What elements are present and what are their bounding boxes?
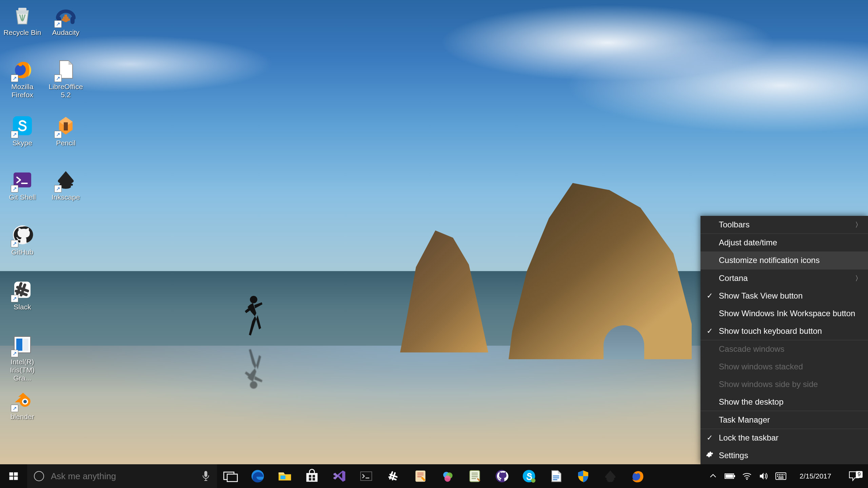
svg-rect-23 — [9, 476, 13, 480]
desktop-icon-libreoffice[interactable]: ↗ LibreOffice 5.2 — [45, 58, 86, 99]
taskbar-app-terminal[interactable] — [353, 464, 380, 488]
context-item-label: Customize notification icons — [719, 256, 820, 265]
svg-rect-29 — [280, 475, 285, 479]
context-item-toolbars[interactable]: Toolbars 〉 — [701, 216, 868, 233]
context-item-label: Lock the taskbar — [719, 433, 778, 443]
microphone-icon[interactable] — [201, 470, 210, 482]
desktop-icon-blender[interactable]: ↗ blender — [2, 388, 43, 421]
taskbar-app-libreoffice-writer[interactable] — [542, 464, 570, 488]
taskbar-app-skype[interactable] — [515, 464, 542, 488]
desktop-icon-intel-graphics[interactable]: ↗ Intel(R) Iris(TM) Gra... — [2, 333, 43, 382]
context-item-show-ink-workspace[interactable]: Show Windows Ink Workspace button — [701, 305, 868, 322]
desktop-icon-github[interactable]: ↗ GitHub — [2, 223, 43, 256]
shortcut-arrow-icon: ↗ — [54, 131, 62, 138]
chevron-right-icon: 〉 — [855, 220, 862, 229]
shortcut-arrow-icon: ↗ — [11, 240, 18, 247]
taskbar-app-defender[interactable] — [570, 464, 597, 488]
svg-rect-27 — [227, 474, 237, 482]
context-item-label: Show windows side by side — [719, 380, 818, 389]
task-view-button[interactable] — [217, 464, 244, 488]
svg-point-9 — [71, 184, 73, 186]
context-item-cortana[interactable]: Cortana 〉 — [701, 269, 868, 287]
taskbar-app-edge[interactable] — [244, 464, 271, 488]
context-item-label: Show Task View button — [719, 291, 803, 301]
svg-rect-17 — [16, 339, 22, 351]
desktop-icon-skype[interactable]: ↗ Skype — [2, 114, 43, 147]
context-item-show-desktop[interactable]: Show the desktop — [701, 393, 868, 411]
task-view-icon — [223, 470, 238, 482]
taskbar-app-inkscape[interactable] — [597, 464, 624, 488]
desktop-icon-label: GitHub — [11, 248, 33, 256]
desktop-icon-audacity[interactable]: ↗ Audacity — [45, 3, 86, 37]
svg-rect-51 — [553, 479, 557, 480]
taskbar-pinned-apps — [244, 464, 651, 488]
svg-rect-60 — [781, 474, 782, 475]
context-item-settings[interactable]: Settings — [701, 447, 868, 464]
desktop-icon-label: Audacity — [52, 28, 80, 37]
tray-action-center[interactable]: 9 — [842, 471, 866, 481]
gear-icon — [705, 451, 714, 460]
tray-date: 2/15/2017 — [800, 472, 831, 480]
recycle-bin-icon — [11, 3, 34, 27]
tray-show-hidden-icons[interactable] — [705, 464, 721, 488]
tray-battery[interactable] — [722, 464, 738, 488]
wifi-icon — [742, 472, 752, 480]
taskbar[interactable]: 2/15/2017 9 — [0, 464, 868, 488]
taskbar-app-paint-dot-net[interactable] — [434, 464, 461, 488]
context-item-label: Adjust date/time — [719, 238, 777, 247]
desktop-icon-firefox[interactable]: ↗ Mozilla Firefox — [2, 58, 43, 99]
svg-rect-35 — [361, 472, 372, 481]
svg-rect-62 — [784, 474, 785, 475]
checkmark-icon: ✓ — [705, 327, 714, 336]
tray-wifi[interactable] — [739, 464, 755, 488]
taskbar-app-slack[interactable] — [380, 464, 407, 488]
taskbar-app-firefox[interactable] — [624, 464, 651, 488]
taskbar-context-menu[interactable]: Toolbars 〉 Adjust date/time Customize no… — [701, 216, 868, 464]
context-item-customize-notification-icons[interactable]: Customize notification icons — [701, 251, 868, 269]
checkmark-icon: ✓ — [705, 291, 714, 300]
svg-rect-50 — [553, 477, 559, 479]
context-item-task-manager[interactable]: Task Manager — [701, 411, 868, 429]
tray-volume[interactable] — [756, 464, 772, 488]
taskbar-app-store[interactable] — [298, 464, 326, 488]
desktop-icon-recycle-bin[interactable]: Recycle Bin — [2, 3, 43, 37]
svg-rect-34 — [313, 478, 315, 481]
desktop-icon-inkscape[interactable]: ↗ Inkscape — [45, 168, 86, 201]
svg-rect-59 — [779, 474, 780, 475]
taskbar-app-sublime[interactable] — [407, 464, 434, 488]
context-item-label: Show the desktop — [719, 397, 784, 407]
shortcut-arrow-icon: ↗ — [11, 75, 18, 82]
desktop-icon-git-shell[interactable]: ↗ Git Shell — [2, 168, 43, 201]
svg-point-56 — [746, 479, 748, 480]
svg-rect-58 — [777, 474, 778, 475]
svg-point-48 — [531, 478, 535, 483]
start-button[interactable] — [0, 464, 27, 488]
context-item-show-task-view[interactable]: ✓ Show Task View button — [701, 287, 868, 305]
svg-rect-21 — [9, 472, 13, 476]
svg-rect-25 — [204, 471, 208, 477]
svg-rect-2 — [18, 8, 26, 11]
taskbar-app-github[interactable] — [488, 464, 515, 488]
context-item-cascade-windows: Cascade windows — [701, 340, 868, 358]
context-item-label: Show Windows Ink Workspace button — [719, 309, 855, 318]
svg-rect-49 — [553, 475, 559, 476]
tray-touch-keyboard[interactable] — [773, 464, 789, 488]
context-item-show-touch-keyboard[interactable]: ✓ Show touch keyboard button — [701, 322, 868, 340]
desktop-icon-label: Slack — [14, 303, 31, 311]
taskbar-app-visual-studio[interactable] — [326, 464, 353, 488]
context-item-adjust-datetime[interactable]: Adjust date/time — [701, 234, 868, 251]
cortana-search-box[interactable] — [27, 464, 217, 488]
context-item-label: Show windows stacked — [719, 362, 803, 371]
desktop-icon-slack[interactable]: ↗ Slack — [2, 278, 43, 311]
context-item-label: Show touch keyboard button — [719, 326, 822, 336]
taskbar-app-file-explorer[interactable] — [271, 464, 298, 488]
checkmark-icon: ✓ — [705, 433, 714, 442]
search-input[interactable] — [51, 471, 195, 482]
context-item-label: Settings — [719, 451, 748, 460]
svg-rect-32 — [313, 475, 315, 477]
taskbar-app-notepad-plus-plus[interactable] — [461, 464, 488, 488]
desktop-icon-pencil[interactable]: ↗ Pencil — [45, 114, 86, 147]
context-item-lock-taskbar[interactable]: ✓ Lock the taskbar — [701, 429, 868, 447]
chevron-right-icon: 〉 — [855, 274, 862, 283]
tray-clock[interactable]: 2/15/2017 — [790, 472, 841, 480]
